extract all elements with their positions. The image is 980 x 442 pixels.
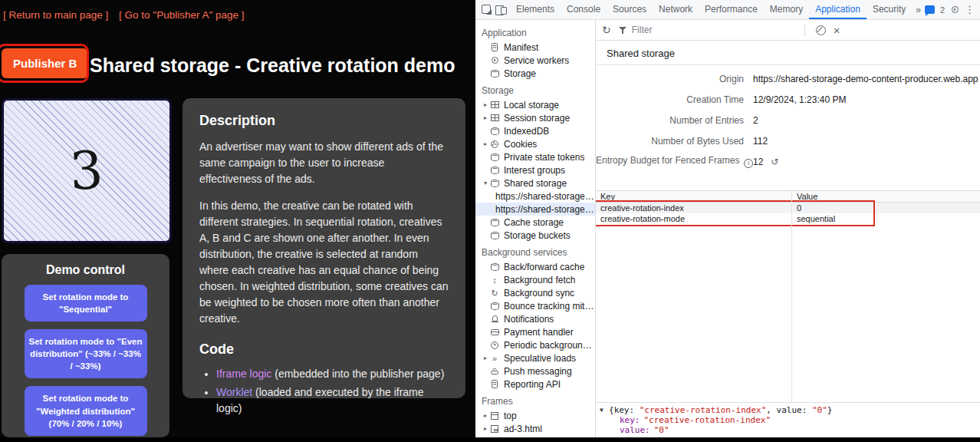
sidebar-item-frame-ad3[interactable]: ▸ad-3.html (475, 422, 595, 435)
database-icon (490, 231, 499, 240)
sidebar-item-speculative-loads[interactable]: ▸»Speculative loads (475, 351, 595, 364)
database-icon (490, 179, 499, 188)
rotation-even-distribution-button[interactable]: Set rotation mode to "Even distribution"… (25, 329, 147, 378)
table-row[interactable]: creative-rotation-mode sequential (596, 213, 980, 224)
chevron-right-icon[interactable]: ▸ (481, 412, 490, 419)
grid-cell-key: creative-rotation-index (596, 203, 791, 213)
sidebar-item-background-sync[interactable]: ↻Background sync (475, 286, 595, 299)
sidebar-item-private-state-tokens[interactable]: Private state tokens (475, 150, 595, 163)
toolbar-divider (804, 25, 805, 36)
worklet-link[interactable]: Worklet (216, 386, 252, 398)
sidebar-item-shared-storage-origin-2[interactable]: https://shared-storage-d... (475, 203, 595, 216)
expander-down-icon[interactable]: ▼ (600, 407, 609, 414)
tab-application[interactable]: Application (809, 0, 867, 19)
chevron-right-icon[interactable]: ▸ (481, 140, 490, 147)
meta-label: Origin (596, 74, 753, 84)
sidebar-item-payment-handler[interactable]: Payment handler (475, 325, 595, 338)
sidebar-item-service-workers[interactable]: Service workers (475, 54, 595, 67)
preview-property-key: key:"creative-rotation-index" (600, 415, 976, 425)
rotation-weighted-distribution-button[interactable]: Set rotation mode to "Weighted distribut… (25, 386, 147, 435)
sidebar-item-local-storage[interactable]: ▸Local storage (475, 98, 595, 111)
issues-icon[interactable] (925, 5, 935, 14)
chevron-right-icon[interactable]: ▸ (481, 425, 490, 432)
sidebar-item-indexeddb[interactable]: IndexedDB (475, 124, 595, 137)
clear-icon[interactable]: × (834, 24, 840, 37)
meta-label: Creation Time (596, 94, 753, 105)
sidebar-item-bounce-tracking[interactable]: Bounce tracking mitiga... (475, 299, 595, 312)
chevron-down-icon[interactable]: ▾ (481, 180, 490, 186)
tab-sources[interactable]: Sources (607, 0, 653, 19)
table-row[interactable]: creative-rotation-index 0 (596, 203, 980, 213)
meta-value: 112 (753, 136, 980, 147)
tab-console[interactable]: Console (561, 0, 607, 19)
tab-memory[interactable]: Memory (764, 0, 809, 19)
device-toolbar-icon[interactable] (495, 5, 507, 15)
code-list-item: Iframe logic (embedded into the publishe… (216, 366, 449, 382)
grid-header-value[interactable]: Value (791, 192, 980, 201)
sidebar-item-back-forward-cache[interactable]: Back/forward cache (475, 260, 595, 273)
meta-value: 12/9/2024, 1:23:40 PM (753, 94, 980, 105)
shared-storage-panel: ↻ × Shared storage Origin https://shared… (596, 20, 980, 437)
tab-elements[interactable]: Elements (510, 0, 561, 19)
sidebar-item-storage-buckets[interactable]: Storage buckets (475, 229, 595, 242)
block-icon[interactable] (816, 25, 826, 35)
grid-cell-key: creative-rotation-mode (596, 214, 791, 223)
meta-row-entropy-budget: Entropy Budget for Fenced Framesi 12↺ (596, 151, 980, 172)
chevron-right-icon[interactable]: ▸ (481, 355, 490, 361)
preview-summary-row[interactable]: ▼{key: "creative-rotation-index", value:… (600, 405, 976, 415)
creative-number: 3 (68, 140, 104, 202)
settings-gear-icon[interactable] (950, 5, 959, 15)
kebab-menu-icon[interactable]: ⋮ (965, 4, 975, 15)
database-icon (490, 262, 499, 272)
refresh-icon[interactable]: ↻ (602, 24, 611, 36)
preview-property-value: value:"0" (600, 425, 976, 435)
sidebar-item-shared-storage-origin-1[interactable]: https://shared-storage-d... (475, 190, 595, 203)
application-sidebar: Application Manifest Service workers Sto… (475, 20, 596, 437)
iframe-logic-link[interactable]: Iframe logic (216, 368, 271, 380)
panel-toolbar: ↻ × (596, 20, 980, 41)
sidebar-item-frame-top[interactable]: ▸top (475, 409, 595, 422)
chevron-right-icon[interactable]: ▸ (481, 101, 490, 108)
devtools-tabbar: Elements Console Sources Network Perform… (475, 0, 980, 20)
devtools-body: Application Manifest Service workers Sto… (475, 20, 980, 437)
table-icon (490, 101, 499, 110)
tab-performance[interactable]: Performance (699, 0, 764, 19)
document-icon (490, 43, 499, 52)
chevron-right-icon[interactable]: ▸ (481, 114, 490, 121)
sidebar-item-cookies[interactable]: ▸Cookies (475, 137, 595, 150)
reset-budget-icon[interactable]: ↺ (771, 157, 778, 167)
return-main-page-link[interactable]: [ Return to main page ] (3, 9, 108, 21)
publisher-a-link[interactable]: [ Go to "Publisher A" page ] (119, 9, 244, 21)
sidebar-item-shared-storage[interactable]: ▾Shared storage (475, 176, 595, 190)
grid-header-key[interactable]: Key (596, 192, 791, 201)
sidebar-item-background-fetch[interactable]: ↕Background fetch (475, 273, 595, 286)
iframe-logic-suffix: (embedded into the publisher page) (271, 368, 444, 380)
code-list: Iframe logic (embedded into the publishe… (199, 366, 449, 417)
iframe-icon (490, 424, 499, 434)
more-tabs-icon[interactable]: » (912, 5, 925, 15)
sidebar-item-manifest[interactable]: Manifest (475, 41, 595, 54)
rotation-sequential-button[interactable]: Set rotation mode to "Sequential" (25, 285, 147, 322)
tab-security[interactable]: Security (867, 0, 912, 19)
sidebar-item-cache-storage[interactable]: Cache storage (475, 216, 595, 229)
sidebar-item-periodic-background-sync[interactable]: Periodic background s... (475, 338, 595, 351)
meta-label: Number of Entries (596, 115, 753, 126)
sidebar-item-notifications[interactable]: Notifications (475, 312, 595, 325)
sidebar-item-session-storage[interactable]: ▸Session storage (475, 111, 595, 124)
sidebar-item-push-messaging[interactable]: Push messaging (475, 364, 595, 378)
sidebar-item-reporting-api[interactable]: Reporting API (475, 378, 595, 391)
filter-box (619, 25, 794, 35)
page-title: Shared storage - Creative rotation demo (90, 54, 455, 77)
tab-network[interactable]: Network (653, 0, 699, 19)
devtools-window: Elements Console Sources Network Perform… (475, 0, 980, 437)
database-icon (490, 127, 499, 136)
sidebar-item-interest-groups[interactable]: Interest groups (475, 163, 595, 176)
demo-control-panel: Demo control Set rotation mode to "Seque… (2, 254, 169, 437)
description-panel: Description An advertiser may want to sh… (183, 98, 465, 398)
filter-input[interactable] (632, 25, 774, 35)
description-paragraph-2: In this demo, the creative can be rotate… (199, 198, 449, 327)
sidebar-item-storage[interactable]: Storage (475, 67, 595, 80)
info-icon[interactable]: i (744, 159, 753, 168)
description-heading: Description (199, 110, 449, 131)
inspect-element-icon[interactable] (482, 5, 492, 15)
